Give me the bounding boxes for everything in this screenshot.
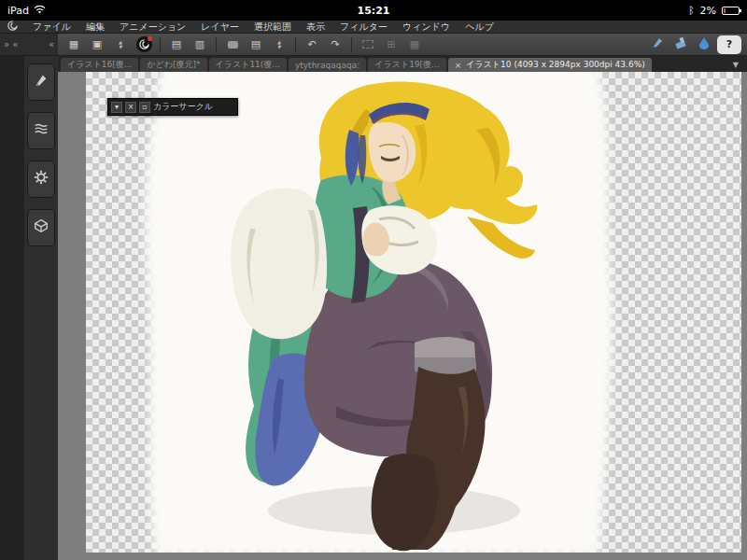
pen-nib-icon <box>650 35 665 53</box>
notification-dot <box>148 36 152 41</box>
clock: 15:21 <box>0 5 747 17</box>
layers-button[interactable]: ▤ <box>246 35 266 54</box>
export-page-button[interactable]: ▥ <box>190 35 210 54</box>
status-left: iPad <box>7 5 46 17</box>
canvas-settings-button[interactable]: ▣ <box>87 35 107 54</box>
clip-studio-swirl-icon <box>136 36 152 52</box>
illustration-artwork <box>86 72 741 553</box>
tab-list-dropdown-icon[interactable]: ▼ <box>727 61 744 72</box>
color-swatch-button[interactable] <box>222 35 243 54</box>
tab-kadowa[interactable]: かどわ[復元]* <box>140 58 206 72</box>
document-tab-bar: イラスト16[復... かどわ[復元]* イラスト11(復... ytythra… <box>58 56 747 72</box>
battery-percent: 2% <box>700 5 716 17</box>
tab-illustration-19[interactable]: イラスト19[復... <box>368 58 445 72</box>
menu-animation[interactable]: アニメーション <box>120 21 186 34</box>
transform-button[interactable]: ⊞ <box>381 35 402 54</box>
brush-strokes-icon <box>33 120 49 141</box>
tab-illustration-11[interactable]: イラスト11(復... <box>209 58 287 72</box>
swatch-icon <box>228 41 238 49</box>
size-stepper[interactable]: ▲▼ <box>110 35 131 54</box>
ipad-status-bar: iPad 15:21 ᛒ 2% <box>0 0 747 21</box>
menu-file[interactable]: ファイル <box>33 21 71 34</box>
left-tool-panel: » « « <box>0 34 58 560</box>
tab-ytythraqaqaqa[interactable]: ytythraqaqaqa: <box>289 58 366 72</box>
palette-menu-button[interactable]: ▾ <box>111 102 122 113</box>
panel-collapse-header: » « « <box>0 34 58 56</box>
menu-bar: ファイル 編集 アニメーション レイヤー 選択範囲 表示 フィルター ウィンドウ… <box>0 21 747 34</box>
device-label: iPad <box>7 5 29 17</box>
tab-illustration-10-active[interactable]: × イラスト10 (4093 x 2894px 300dpi 43.6%) <box>448 58 652 72</box>
palette-title: カラーサークル <box>153 101 213 113</box>
color-circle-palette[interactable]: ▾ × ▫ カラーサークル <box>107 98 238 116</box>
gear-icon <box>33 169 49 189</box>
selection-marquee-icon <box>362 40 374 49</box>
menu-window[interactable]: ウィンドウ <box>402 21 450 34</box>
workspace-grid-button[interactable]: ▦ <box>63 35 84 54</box>
water-drop-icon <box>697 35 712 53</box>
blend-brush-tool-button[interactable] <box>694 35 714 54</box>
expand-panel-icon[interactable]: » <box>4 39 9 49</box>
tab-close-icon[interactable]: × <box>455 61 462 70</box>
undo-button[interactable]: ↶ <box>302 35 322 54</box>
bluetooth-icon: ᛒ <box>688 5 695 17</box>
tool-shortcut-column <box>24 56 58 560</box>
canvas-document[interactable] <box>86 72 741 553</box>
hide-panel-icon[interactable]: « <box>49 39 54 49</box>
clip-studio-launch-button[interactable] <box>134 35 154 54</box>
marker-icon <box>673 35 688 53</box>
pen-icon <box>33 72 49 92</box>
command-toolbar: ▦ ▣ ▲▼ ▤ ▥ <box>58 34 747 56</box>
menu-help[interactable]: ヘルプ <box>465 21 494 34</box>
status-right: ᛒ 2% <box>688 5 740 17</box>
clip-studio-paint-app: iPad 15:21 ᛒ 2% ファイル 編集 アニメーション レイヤー <box>0 0 747 560</box>
mesh-grid-button[interactable]: ▦ <box>404 35 425 54</box>
menu-layer[interactable]: レイヤー <box>201 21 239 34</box>
menu-selection[interactable]: 選択範囲 <box>254 21 291 34</box>
active-tab-label: イラスト10 (4093 x 2894px 300dpi 43.6%) <box>466 59 645 71</box>
new-canvas-button[interactable]: ▤ <box>166 35 187 54</box>
materials-panel-button[interactable] <box>27 209 55 246</box>
tab-illustration-16[interactable]: イラスト16[復... <box>61 58 138 72</box>
pen-tool-button[interactable] <box>647 35 668 54</box>
canvas-workspace: ▾ × ▫ カラーサークル <box>58 72 747 560</box>
palette-collapse-button[interactable]: ▫ <box>139 102 150 113</box>
menu-edit[interactable]: 編集 <box>86 21 105 34</box>
material-cube-icon <box>33 217 49 238</box>
battery-icon <box>722 7 740 15</box>
marker-tool-button[interactable] <box>670 35 691 54</box>
redo-button[interactable]: ↷ <box>325 35 345 54</box>
panel-edge-strip <box>0 56 24 560</box>
wifi-icon <box>34 5 46 17</box>
brush-set-panel-button[interactable] <box>27 112 55 149</box>
collapse-panel-icon[interactable]: « <box>12 39 18 49</box>
help-button[interactable]: ? <box>717 35 741 54</box>
clip-studio-logo-icon[interactable] <box>7 21 18 33</box>
palette-close-button[interactable]: × <box>125 102 136 113</box>
menu-filter[interactable]: フィルター <box>340 21 388 34</box>
deselect-button[interactable] <box>358 35 378 54</box>
pen-tool-panel-button[interactable] <box>27 63 55 101</box>
layer-stepper[interactable]: ▲▼ <box>269 35 289 54</box>
menu-view[interactable]: 表示 <box>306 21 325 34</box>
settings-panel-button[interactable] <box>27 161 55 198</box>
